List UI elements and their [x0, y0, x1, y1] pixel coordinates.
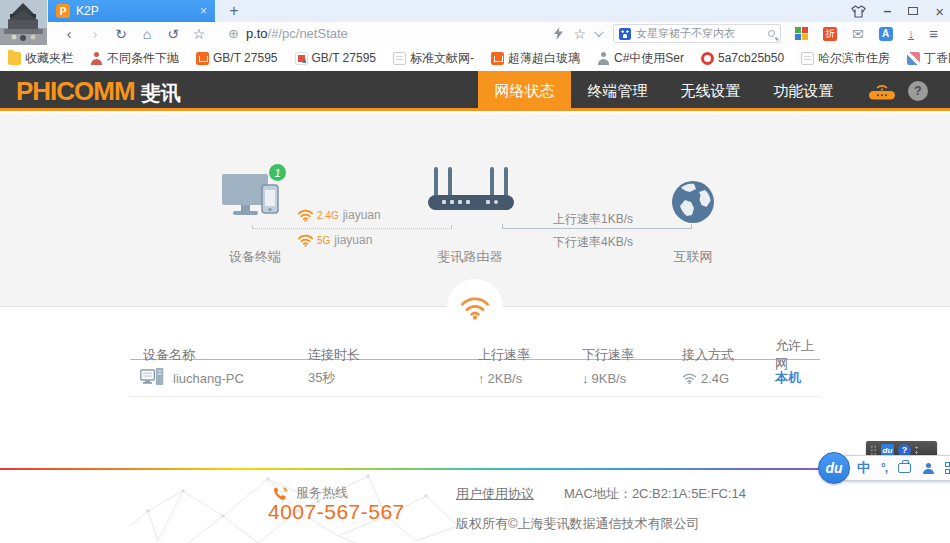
site-info-icon[interactable]: ⊕ — [228, 26, 239, 41]
wan-link-line — [502, 228, 692, 229]
person-icon — [597, 52, 610, 65]
download-icon[interactable]: ↓ — [908, 28, 915, 40]
device-down-rate: 9KB/s — [592, 371, 627, 386]
tab-strip: P K2P × + – × — [0, 0, 950, 22]
refresh-icon[interactable]: ↻ — [108, 26, 134, 42]
temple-photo — [0, 0, 47, 45]
rainbow-divider — [0, 468, 950, 470]
ime-account-icon[interactable] — [922, 463, 934, 474]
bookmark-item[interactable]: 不同条件下抛 — [90, 50, 179, 67]
baidu-paw-icon — [619, 28, 631, 40]
browser-tab[interactable]: P K2P × — [48, 0, 215, 22]
page-footer: 服务热线 4007-567-567 用户使用协议 MAC地址：2C:B2:1A:… — [0, 468, 950, 543]
address-bar[interactable]: ⊕ p.to /#/pc/netState — [228, 26, 558, 41]
bookmark-item[interactable]: 哈尔滨市住房 — [801, 50, 890, 67]
phicomm-logo: PHICOMM 斐讯 — [16, 76, 181, 107]
bookmark-item[interactable]: 标准文献网- — [393, 50, 474, 67]
store-icon — [196, 52, 209, 65]
bookmark-item[interactable]: 丁香园 — [907, 50, 950, 67]
pdf-icon — [295, 52, 308, 65]
col-duration: 连接时长 — [300, 346, 475, 364]
search-box[interactable]: 女星穿裙子不穿内衣 — [613, 24, 781, 43]
minimize-button[interactable]: – — [883, 3, 891, 19]
home-icon[interactable]: ⌂ — [134, 26, 160, 42]
back-icon[interactable]: ‹ — [56, 26, 82, 42]
translate-icon[interactable]: A — [879, 27, 893, 41]
person-icon — [90, 52, 103, 65]
tab-network-status[interactable]: 网络状态 — [478, 71, 571, 111]
router-icon — [428, 167, 514, 217]
local-machine-link[interactable]: 本机 — [775, 370, 801, 385]
wifi-link-line — [252, 228, 452, 229]
wifi-icon — [459, 294, 491, 320]
col-allow: 允许上网 — [770, 337, 820, 373]
maximize-button[interactable] — [908, 7, 918, 15]
page-icon — [801, 52, 814, 65]
search-magnifier-icon[interactable] — [768, 30, 775, 37]
bookmark-item[interactable]: C#中使用Ser — [597, 50, 684, 67]
bookmarks-bar: 收藏夹栏 不同条件下抛 GB/T 27595 GB/T 27595 标准文献网-… — [0, 45, 950, 71]
col-access: 接入方式 — [675, 346, 770, 364]
bookmark-item[interactable]: 5a7cb25b50 — [701, 51, 784, 65]
logo-text-en: PHICOMM — [16, 76, 135, 107]
legal-links: 用户使用协议 MAC地址：2C:B2:1A:5E:FC:14 — [456, 485, 746, 503]
router-label: 斐讯路由器 — [425, 248, 515, 266]
help-icon[interactable]: ? — [908, 81, 928, 101]
window-controls: – × — [851, 0, 944, 22]
baidu-ime-logo[interactable]: du — [818, 452, 850, 484]
header-icons: ? — [867, 80, 928, 101]
nav-buttons: ‹ › ↻ ⌂ ↺ ☆ — [56, 26, 212, 42]
wifi-link-5g: 5G jiayuan — [297, 233, 372, 247]
undo-icon[interactable]: ↺ — [160, 26, 186, 42]
browser-toolbar: ‹ › ↻ ⌂ ↺ ☆ ⊕ p.to /#/pc/netState ☆ 女星穿裙… — [0, 22, 950, 45]
ime-toolbar: du 中 °, — [818, 452, 950, 484]
device-name: liuchang-PC — [173, 371, 244, 386]
bookmark-item[interactable]: 收藏夹栏 — [8, 50, 73, 67]
tab-wireless-settings[interactable]: 无线设置 — [664, 71, 757, 111]
table-header: 设备名称 连接时长 上行速率 下行速率 接入方式 允许上网 — [130, 337, 820, 360]
up-arrow-icon: ↑ — [478, 371, 485, 386]
user-agreement-link[interactable]: 用户使用协议 — [456, 485, 534, 503]
dxy-icon — [907, 52, 920, 65]
favorite-page-icon[interactable]: ☆ — [573, 26, 586, 42]
coupon-icon[interactable]: 折 — [823, 27, 837, 41]
mail-icon[interactable]: ✉ — [852, 26, 864, 42]
wifi-icon — [297, 233, 314, 247]
tab-terminal-management[interactable]: 终端管理 — [571, 71, 664, 111]
search-query[interactable]: 女星穿裙子不穿内衣 — [636, 26, 764, 41]
new-tab-button[interactable]: + — [222, 0, 246, 22]
bookmark-item[interactable]: GB/T 27595 — [196, 51, 278, 65]
logo-text-cn: 斐讯 — [141, 80, 181, 107]
terminal-label: 设备终端 — [205, 248, 305, 266]
ime-mode-toggle[interactable]: 中 — [857, 459, 870, 477]
device-access-band: 2.4G — [701, 371, 729, 386]
tab-function-settings[interactable]: 功能设置 — [757, 71, 850, 111]
profile-photo-thumbnail[interactable] — [0, 0, 47, 45]
window-close-button[interactable]: × — [935, 3, 944, 20]
ime-toolbox-icon[interactable] — [898, 463, 911, 473]
toolbar-right: ☆ 女星穿裙子不穿内衣 折 ✉ A ↓ ≡ — [554, 22, 950, 45]
app-grid-icon[interactable] — [795, 27, 808, 40]
col-device-name: 设备名称 — [130, 346, 300, 364]
wan-down-rate: 下行速率4KB/s — [553, 234, 633, 251]
wifi-access-icon — [682, 372, 697, 384]
menu-icon[interactable]: ≡ — [929, 25, 938, 42]
ime-punctuation-toggle[interactable]: °, — [881, 461, 887, 475]
chevron-down-icon[interactable] — [594, 27, 604, 37]
wan-up-rate: 上行速率1KB/s — [553, 211, 633, 228]
device-up-rate: 2KB/s — [488, 371, 523, 386]
bookmark-item[interactable]: 超薄超白玻璃 — [491, 50, 580, 67]
terminal-devices-icon: 1 — [222, 172, 282, 224]
ime-panel-icon[interactable] — [945, 462, 950, 474]
hotline-number: 4007-567-567 — [268, 500, 405, 524]
lightning-icon[interactable] — [554, 27, 563, 40]
red-circle-icon — [701, 52, 714, 65]
col-down-rate: 下行速率 — [580, 346, 675, 364]
skin-shirt-icon[interactable] — [851, 5, 866, 18]
ime-strip: 中 °, — [843, 455, 950, 481]
bookmark-item[interactable]: GB/T 27595 — [295, 51, 377, 65]
bookmark-star-icon[interactable]: ☆ — [186, 26, 212, 42]
forward-icon[interactable]: › — [82, 26, 108, 42]
router-status-icon[interactable] — [867, 80, 897, 101]
tab-close-icon[interactable]: × — [200, 4, 207, 18]
